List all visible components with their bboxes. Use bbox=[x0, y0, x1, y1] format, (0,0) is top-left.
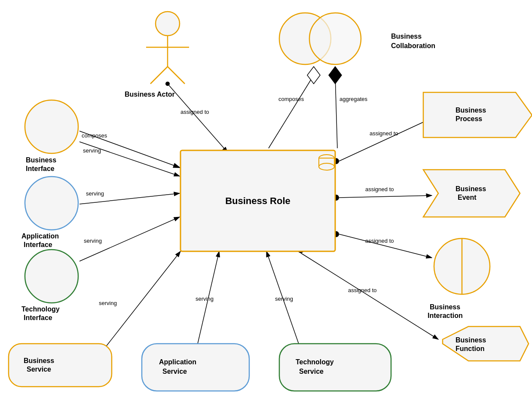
aggregate-diamond-filled bbox=[329, 67, 342, 84]
serving-label-1: serving bbox=[83, 147, 101, 154]
assigned-to-label-4: assigned to bbox=[365, 238, 394, 244]
actor-right-leg bbox=[168, 67, 185, 84]
business-collab-label-1: Business bbox=[391, 33, 422, 40]
business-interaction-label-1: Business bbox=[430, 303, 460, 311]
compose-diamond-open bbox=[307, 67, 320, 84]
actor-head bbox=[156, 12, 180, 36]
assigned-to-label-3: assigned to bbox=[365, 186, 394, 192]
application-service-shape bbox=[142, 344, 249, 391]
business-event-shape bbox=[423, 170, 520, 217]
role-to-process-line bbox=[339, 118, 432, 161]
business-process-label-1: Business bbox=[456, 107, 486, 114]
role-cylinder-bottom bbox=[319, 163, 334, 170]
technology-service-shape bbox=[279, 344, 391, 391]
serving-label-5: serving bbox=[196, 296, 214, 302]
business-role-label: Business Role bbox=[225, 195, 290, 206]
serving-label-4: serving bbox=[99, 300, 117, 306]
application-service-label-2: Service bbox=[162, 368, 187, 375]
business-interaction-label-2: Interaction bbox=[428, 312, 463, 319]
composes-label-1: composes bbox=[82, 132, 107, 139]
technology-interface-label-2: Interface bbox=[24, 314, 52, 321]
serving-label-2: serving bbox=[86, 190, 104, 197]
diagram: assigned to composes serving serving ser… bbox=[0, 0, 532, 412]
serving-label-3: serving bbox=[84, 238, 102, 244]
application-interface-label-1: Application bbox=[21, 232, 59, 240]
application-interface-label-2: Interface bbox=[24, 241, 52, 248]
assigned-to-label-2: assigned to bbox=[370, 130, 398, 137]
actor-to-role-line bbox=[168, 84, 228, 153]
bif-serving-line bbox=[79, 142, 180, 176]
business-event-label-2: Event bbox=[458, 194, 477, 201]
role-to-event-line bbox=[339, 195, 432, 198]
assigned-to-label-1: assigned to bbox=[180, 109, 209, 115]
application-interface-circle bbox=[25, 177, 78, 230]
business-interface-label-2: Interface bbox=[26, 165, 55, 172]
collab-circle-right bbox=[309, 13, 361, 64]
role-to-function-line bbox=[301, 253, 438, 339]
actor-left-leg bbox=[150, 67, 168, 84]
actor-dot bbox=[165, 82, 170, 86]
business-function-shape bbox=[443, 327, 529, 361]
business-service-label-2: Service bbox=[27, 366, 51, 373]
aggregates-line bbox=[335, 75, 337, 148]
technology-interface-circle bbox=[25, 250, 78, 303]
business-process-label-2: Process bbox=[456, 115, 482, 122]
technology-service-label-2: Service bbox=[299, 368, 324, 375]
business-event-label-1: Business bbox=[456, 185, 486, 192]
technology-service-label-1: Technology bbox=[296, 358, 334, 366]
business-function-label-1: Business bbox=[456, 336, 486, 344]
technology-interface-label-1: Technology bbox=[21, 305, 60, 313]
collab-compose-line bbox=[269, 75, 314, 148]
application-service-label-1: Application bbox=[159, 358, 196, 366]
serving-label-6: serving bbox=[275, 296, 293, 302]
business-collab-label-2: Collaboration bbox=[391, 42, 435, 49]
business-interface-circle bbox=[25, 100, 78, 153]
business-service-shape bbox=[9, 344, 112, 387]
business-service-label-1: Business bbox=[24, 357, 54, 364]
assigned-to-label-5: assigned to bbox=[348, 287, 377, 293]
business-interface-label-1: Business bbox=[26, 156, 56, 164]
business-actor-label: Business Actor bbox=[125, 91, 175, 98]
composes-label-2: composes bbox=[278, 96, 304, 102]
aggregates-label: aggregates bbox=[339, 96, 368, 102]
business-function-label-2: Function bbox=[456, 345, 485, 352]
